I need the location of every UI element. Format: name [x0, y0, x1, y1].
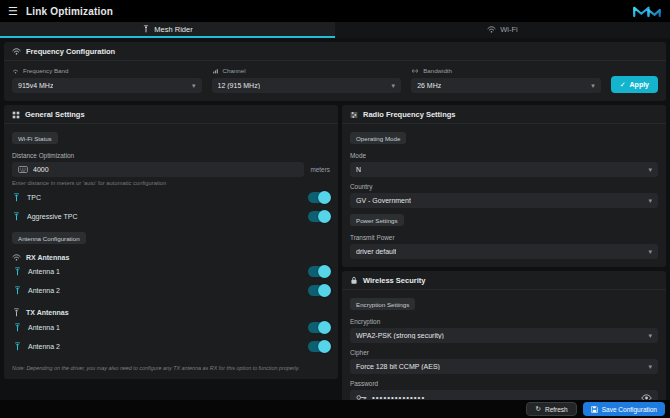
channel-select[interactable]: 12 (915 MHz) ▾: [212, 78, 402, 93]
general-panel-header: General Settings: [4, 105, 338, 124]
mode-label: Mode: [350, 152, 658, 159]
encryption-settings-chip[interactable]: Encryption Settings: [350, 298, 415, 310]
wifi-icon: [487, 26, 496, 33]
top-bar: ☰ Link Optimization: [0, 0, 670, 22]
signal-icon: [12, 68, 19, 74]
radio-panel-header: Radio Frequency Settings: [342, 105, 666, 124]
tab-label: Mesh Rider: [154, 25, 192, 34]
app-root: ☰ Link Optimization Mesh Rider Wi-Fi: [0, 0, 670, 418]
width-arrows-icon: [411, 68, 419, 74]
content-columns: General Settings Wi-Fi Status Distance O…: [4, 105, 666, 396]
country-select[interactable]: GV - Government ▾: [350, 193, 658, 208]
antenna-icon: [12, 212, 21, 221]
tx-note-text: Note: Depending on the driver, you may a…: [12, 365, 330, 371]
radio-frequency-settings-panel: Radio Frequency Settings Operating Mode …: [342, 105, 666, 267]
lock-icon: [350, 276, 358, 285]
chevron-down-icon: ▾: [648, 332, 652, 339]
page-title: Link Optimization: [26, 6, 113, 17]
cipher-label: Cipher: [350, 349, 658, 356]
tx-antenna-1-row: Antenna 1: [12, 318, 330, 337]
distance-row: meters: [12, 162, 330, 177]
panel-title: General Settings: [25, 110, 85, 119]
distance-value[interactable]: [33, 166, 298, 173]
wifi-status-chip[interactable]: Wi-Fi Status: [12, 132, 58, 144]
antenna-icon: [13, 267, 22, 276]
radio-panel-body: Operating Mode Mode N ▾ Country GV - Gov…: [342, 124, 666, 267]
transmit-power-label: Transmit Power: [350, 234, 658, 241]
general-panel-body: Wi-Fi Status Distance Optimization meter…: [4, 124, 338, 379]
grid-icon: [12, 111, 20, 119]
rx-antenna-1-toggle[interactable]: [308, 266, 330, 277]
wifi-icon: [12, 48, 21, 55]
sliders-icon: [350, 111, 358, 119]
menu-icon[interactable]: ☰: [8, 6, 18, 17]
channel-group: Channel 12 (915 MHz) ▾: [212, 67, 402, 93]
operating-mode-chip[interactable]: Operating Mode: [350, 132, 406, 144]
aggressive-tpc-toggle[interactable]: [308, 211, 330, 222]
chevron-down-icon: ▾: [648, 248, 652, 255]
check-icon: ✓: [620, 81, 626, 89]
security-panel-body: Encryption Settings Encryption WPA2-PSK …: [342, 290, 666, 413]
tab-bar: Mesh Rider Wi-Fi: [0, 22, 670, 38]
tpc-toggle[interactable]: [308, 192, 330, 203]
tab-wifi[interactable]: Wi-Fi: [335, 22, 670, 38]
wifi-icon: [12, 254, 21, 261]
bars-icon: [212, 68, 219, 74]
refresh-button[interactable]: ↻ Refresh: [526, 402, 576, 416]
encryption-select[interactable]: WPA2-PSK (strong security) ▾: [350, 328, 658, 343]
panel-title: Wireless Security: [363, 276, 425, 285]
frequency-band-select[interactable]: 915v4 MHz ▾: [12, 78, 202, 93]
tab-label: Wi-Fi: [500, 25, 518, 34]
tx-antenna-1-toggle[interactable]: [308, 322, 330, 333]
password-label: Password: [350, 380, 658, 387]
distance-optimization-label: Distance Optimization: [12, 152, 330, 159]
rx-antenna-1-row: Antenna 1: [12, 262, 330, 281]
antenna-icon: [12, 308, 21, 317]
aggressive-tpc-row: Aggressive TPC: [12, 207, 330, 226]
country-label: Country: [350, 183, 658, 190]
antenna-configuration-chip[interactable]: Antenna Configuration: [12, 232, 86, 244]
antenna-icon: [13, 286, 22, 295]
distance-unit: meters: [310, 166, 330, 173]
tpc-row: TPC: [12, 188, 330, 207]
cipher-select[interactable]: Force 128 bit CCMP (AES) ▾: [350, 359, 658, 374]
save-icon: [591, 406, 598, 413]
frequency-configuration-panel: Frequency Configuration Frequency Band 9…: [4, 42, 666, 101]
apply-button[interactable]: ✓ Apply: [611, 76, 658, 93]
antenna-icon: [13, 323, 22, 332]
antenna-icon: [142, 25, 150, 33]
chevron-down-icon: ▾: [648, 363, 652, 370]
security-panel-header: Wireless Security: [342, 271, 666, 290]
tx-antennas-header: TX Antennas: [12, 308, 330, 317]
panel-title: Frequency Configuration: [26, 47, 115, 56]
rx-antenna-2-toggle[interactable]: [308, 285, 330, 296]
chevron-down-icon: ▾: [591, 82, 595, 89]
brand-logo: [632, 5, 662, 18]
transmit-power-select[interactable]: driver default ▾: [350, 244, 658, 259]
panel-title: Radio Frequency Settings: [363, 110, 456, 119]
chevron-down-icon: ▾: [192, 82, 196, 89]
antenna-icon: [12, 193, 21, 202]
channel-label: Channel: [212, 67, 402, 74]
antenna-icon: [13, 342, 22, 351]
wireless-security-panel: Wireless Security Encryption Settings En…: [342, 271, 666, 413]
save-configuration-button[interactable]: Save Configuration: [583, 402, 665, 416]
distance-input[interactable]: [12, 162, 304, 177]
general-settings-panel: General Settings Wi-Fi Status Distance O…: [4, 105, 338, 379]
bandwidth-group: Bandwidth 26 MHz ▾: [411, 67, 601, 93]
frequency-band-label: Frequency Band: [12, 67, 202, 74]
mode-select[interactable]: N ▾: [350, 162, 658, 177]
bandwidth-select[interactable]: 26 MHz ▾: [411, 78, 601, 93]
keyboard-icon: [18, 166, 28, 173]
footer-bar: ↻ Refresh Save Configuration: [0, 400, 670, 418]
power-settings-chip[interactable]: Power Settings: [350, 214, 404, 226]
frequency-band-group: Frequency Band 915v4 MHz ▾: [12, 67, 202, 93]
bandwidth-label: Bandwidth: [411, 67, 601, 74]
distance-help-text: Enter distance in meters or 'auto' for a…: [12, 180, 330, 186]
rx-antennas-header: RX Antennas: [12, 254, 330, 261]
encryption-label: Encryption: [350, 318, 658, 325]
right-column: Radio Frequency Settings Operating Mode …: [342, 105, 666, 396]
refresh-icon: ↻: [535, 405, 540, 413]
tx-antenna-2-toggle[interactable]: [308, 341, 330, 352]
tab-mesh-rider[interactable]: Mesh Rider: [0, 22, 335, 38]
